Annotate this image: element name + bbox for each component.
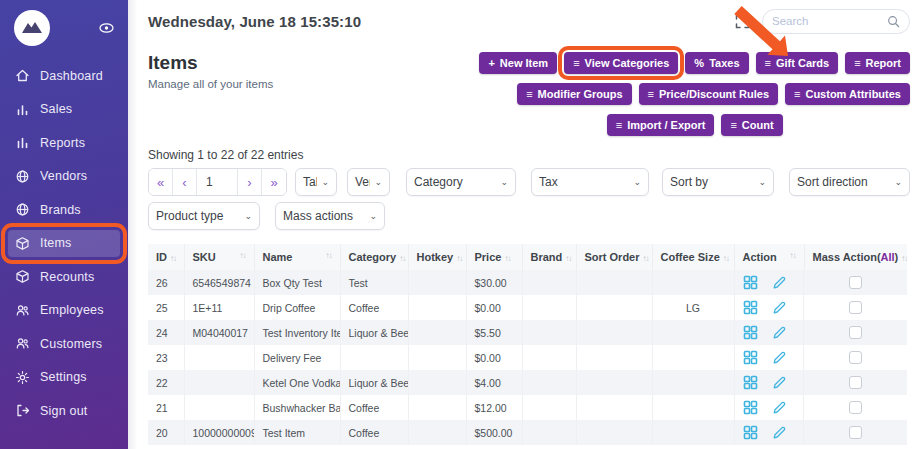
row-checkbox[interactable] (849, 326, 862, 339)
row-checkbox[interactable] (849, 376, 862, 389)
column-header-brand[interactable]: Brand↑↓ (522, 244, 576, 270)
row-checkbox[interactable] (849, 351, 862, 364)
edit-pencil-icon[interactable] (772, 325, 787, 340)
pagination-last-button[interactable]: » (262, 169, 286, 195)
sort-icon[interactable]: ↑↓ (790, 251, 796, 260)
column-header-id[interactable]: ID↑↓ (148, 244, 184, 270)
modifier-groups-button[interactable]: ≡Modifier Groups (517, 83, 631, 105)
button-label: Modifier Groups (538, 88, 623, 100)
taxes-button[interactable]: %Taxes (685, 52, 748, 74)
pagination-next-button[interactable]: › (238, 169, 262, 195)
sort-by-select[interactable]: Sort by⌄ (662, 168, 774, 196)
edit-pencil-icon[interactable] (772, 300, 787, 315)
sidebar-toggle-eye-icon[interactable] (97, 19, 116, 38)
sort-icon[interactable]: ↑↓ (399, 254, 405, 263)
cell-id: 22 (148, 370, 184, 395)
button-label: Gift Cards (776, 57, 829, 69)
cell-coffee-size (652, 270, 734, 295)
edit-pencil-icon[interactable] (772, 375, 787, 390)
product-type-select[interactable]: Product type⌄ (148, 202, 260, 230)
grid-view-icon[interactable] (743, 275, 758, 290)
column-header-coffee-size[interactable]: Coffee Size↑↓ (652, 244, 734, 270)
cell-coffee-size (652, 345, 734, 370)
column-header-price[interactable]: Price↑↓ (466, 244, 522, 270)
column-header-sort-order[interactable]: Sort Order↑↓ (576, 244, 652, 270)
import-export-button[interactable]: ≡Import / Export (607, 114, 715, 136)
edit-pencil-icon[interactable] (772, 400, 787, 415)
sort-icon[interactable]: ↑↓ (504, 254, 510, 263)
edit-pencil-icon[interactable] (772, 350, 787, 365)
filters: Showing 1 to 22 of 22 entries « ‹ › » Ta… (148, 148, 910, 230)
tax-select[interactable]: Tax⌄ (531, 168, 649, 196)
edit-pencil-icon[interactable] (772, 425, 787, 440)
cell-hotkey (408, 370, 466, 395)
edit-pencil-icon[interactable] (772, 275, 787, 290)
search-input[interactable] (772, 15, 887, 27)
sidebar-item-label: Customers (40, 337, 102, 351)
report-button[interactable]: ≡Report (845, 52, 910, 74)
cell-brand (522, 320, 576, 345)
search-box[interactable] (762, 9, 910, 34)
cell-sku: 100000000090 (184, 420, 254, 445)
sort-icon[interactable]: ↑↓ (643, 254, 649, 263)
view-categories-button[interactable]: ≡View Categories (564, 52, 678, 74)
pagination-prev-button[interactable]: ‹ (173, 169, 197, 195)
grid-view-icon[interactable] (743, 300, 758, 315)
sort-icon[interactable]: ↑↓ (723, 254, 729, 263)
globe-icon (14, 169, 30, 184)
sort-icon[interactable]: ↑↓ (170, 254, 176, 263)
grid-view-icon[interactable] (743, 350, 758, 365)
row-checkbox[interactable] (849, 301, 862, 314)
grid-view-icon[interactable] (743, 375, 758, 390)
column-header-category[interactable]: Category↑↓ (340, 244, 408, 270)
sidebar-item-recounts[interactable]: Recounts (8, 263, 120, 290)
list-icon: ≡ (573, 57, 579, 69)
sort-direction-select[interactable]: Sort direction⌄ (789, 168, 910, 196)
fullscreen-button[interactable] (735, 14, 750, 29)
table-select[interactable]: Table⌄ (295, 168, 337, 196)
row-checkbox[interactable] (849, 401, 862, 414)
sort-icon[interactable]: ↑↓ (240, 251, 246, 260)
vendor-select[interactable]: Vendor⌄ (347, 168, 390, 196)
sidebar-item-customers[interactable]: Customers (8, 330, 120, 357)
new-item-button[interactable]: +New Item (479, 52, 557, 74)
sidebar-item-vendors[interactable]: Vendors (8, 163, 120, 190)
sidebar-item-items[interactable]: Items (8, 230, 120, 257)
price-discount-rules-button[interactable]: ≡Price/Discount Rules (639, 83, 778, 105)
sidebar-item-sales[interactable]: Sales (8, 96, 120, 123)
grid-view-icon[interactable] (743, 400, 758, 415)
row-checkbox[interactable] (849, 426, 862, 439)
sidebar-item-brands[interactable]: Brands (8, 196, 120, 223)
count-button[interactable]: ≡Count (721, 114, 782, 136)
grid-view-icon[interactable] (743, 425, 758, 440)
sort-icon[interactable]: ↑↓ (901, 254, 907, 263)
sidebar-item-dashboard[interactable]: Dashboard (8, 62, 120, 89)
select-all-link[interactable]: All (881, 251, 895, 263)
column-header-mass-action[interactable]: Mass Action(All)↑↓ (804, 244, 907, 270)
custom-attributes-button[interactable]: ≡Custom Attributes (785, 83, 910, 105)
row-checkbox[interactable] (849, 276, 862, 289)
sidebar-item-settings[interactable]: Settings (8, 364, 120, 391)
gift-cards-button[interactable]: ≡Gift Cards (756, 52, 839, 74)
category-select[interactable]: Category⌄ (406, 168, 516, 196)
mass-actions-select[interactable]: Mass actions⌄ (275, 202, 385, 230)
column-header-hotkey[interactable]: Hotkey↑↓ (408, 244, 466, 270)
column-header-sku[interactable]: SKU↑↓ (184, 244, 254, 270)
list-icon: ≡ (730, 119, 736, 131)
sidebar-item-employees[interactable]: Employees (8, 297, 120, 324)
bar-chart-icon (14, 135, 30, 150)
column-header-action[interactable]: Action↑↓ (734, 244, 804, 270)
column-header-name[interactable]: Name↑↓ (254, 244, 340, 270)
grid-view-icon[interactable] (743, 325, 758, 340)
filter-row-2: Product type⌄ Mass actions⌄ (148, 202, 910, 230)
sort-icon[interactable]: ↑↓ (456, 254, 462, 263)
sidebar-item-reports[interactable]: Reports (8, 129, 120, 156)
pagination-first-button[interactable]: « (149, 169, 173, 195)
page-number-input[interactable] (197, 169, 238, 195)
sidebar-item-sign-out[interactable]: Sign out (8, 397, 120, 424)
button-label: Price/Discount Rules (659, 88, 769, 100)
sort-icon[interactable]: ↑↓ (326, 251, 332, 260)
sort-icon[interactable]: ↑↓ (565, 254, 571, 263)
cell-category (340, 345, 408, 370)
sidebar-item-label: Dashboard (40, 69, 103, 83)
